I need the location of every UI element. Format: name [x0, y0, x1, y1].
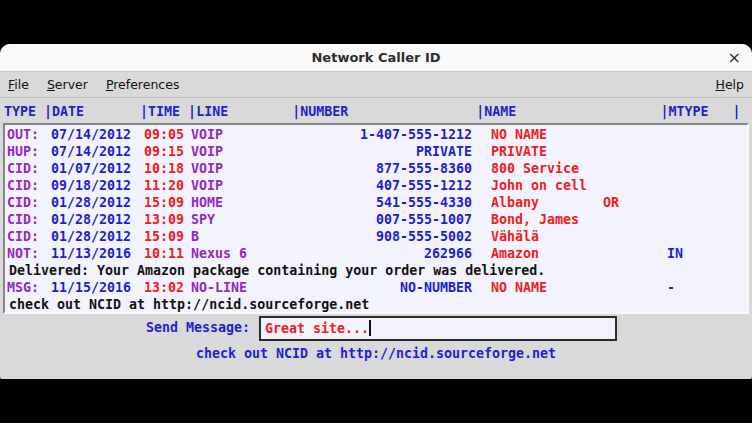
call-type: CID: [7, 177, 51, 194]
call-mtype: IN [661, 245, 734, 262]
column-header: TYPE |DATE |TIME |LINE |NUMBER |NAME |MT… [4, 102, 741, 122]
call-mtype [661, 194, 734, 211]
send-message-input[interactable]: Great site... [259, 316, 617, 341]
call-line: VOIP [191, 160, 294, 177]
call-row[interactable]: MSG: 11/15/2016 13:02 NO-LINE NO-NUMBER … [7, 279, 747, 296]
call-mtype [661, 143, 734, 160]
call-row[interactable]: OUT: 07/14/2012 09:05 VOIP 1-407-555-121… [7, 126, 747, 143]
call-mtype [661, 177, 734, 194]
screen-background: Network Caller ID × File Server Preferen… [0, 0, 752, 423]
call-line: NO-LINE [191, 279, 294, 296]
call-row[interactable]: CID: 01/28/2012 15:09 HOME 541-555-4330 … [7, 194, 747, 211]
call-name: PRIVATE [480, 143, 661, 160]
call-name: Albany OR [480, 194, 661, 211]
call-line: B [191, 228, 294, 245]
menubar: File Server Preferences Help [0, 72, 752, 98]
call-line: HOME [191, 194, 294, 211]
call-name: NO NAME [480, 279, 661, 296]
call-name: NO NAME [480, 126, 661, 143]
call-number: NO-NUMBER [294, 279, 480, 296]
call-name: Bond, James [480, 211, 661, 228]
close-icon[interactable]: × [728, 48, 741, 68]
menu-help[interactable]: Help [715, 77, 744, 92]
call-number: PRIVATE [294, 143, 480, 160]
call-type: NOT: [7, 245, 51, 262]
call-number: 407-555-1212 [294, 177, 480, 194]
call-row[interactable]: CID: 01/07/2012 10:18 VOIP 877-555-8360 … [7, 160, 747, 177]
send-message-label: Send Message: [0, 320, 250, 335]
menu-server[interactable]: Server [47, 77, 88, 92]
send-message-value: Great site... [265, 321, 369, 336]
call-type: CID: [7, 228, 51, 245]
call-date: 01/28/2012 [51, 194, 144, 211]
call-number: 541-555-4330 [294, 194, 480, 211]
call-number: 1-407-555-1212 [294, 126, 480, 143]
call-time: 09:15 [144, 143, 191, 160]
call-number: 262966 [294, 245, 480, 262]
call-name: 800 Service [480, 160, 661, 177]
menu-preferences[interactable]: Preferences [106, 77, 180, 92]
call-type: MSG: [7, 279, 51, 296]
call-date: 01/28/2012 [51, 211, 144, 228]
call-type: OUT: [7, 126, 51, 143]
call-time: 10:11 [144, 245, 191, 262]
call-row[interactable]: HUP: 07/14/2012 09:15 VOIP PRIVATE PRIVA… [7, 143, 747, 160]
call-time: 10:18 [144, 160, 191, 177]
call-name: Amazon [480, 245, 661, 262]
call-type: CID: [7, 211, 51, 228]
call-date: 07/14/2012 [51, 126, 144, 143]
call-row[interactable]: CID: 01/28/2012 15:09 B 908-555-5002 Väh… [7, 228, 747, 245]
text-caret [369, 320, 371, 336]
call-type: HUP: [7, 143, 51, 160]
call-mtype: - [661, 279, 734, 296]
call-type: CID: [7, 194, 51, 211]
call-name: John on cell [480, 177, 661, 194]
call-time: 13:09 [144, 211, 191, 228]
call-time: 15:09 [144, 194, 191, 211]
call-date: 11/13/2016 [51, 245, 144, 262]
call-time: 11:20 [144, 177, 191, 194]
call-line: VOIP [191, 126, 294, 143]
call-date: 01/28/2012 [51, 228, 144, 245]
call-number: 007-555-1007 [294, 211, 480, 228]
call-mtype [661, 126, 734, 143]
call-date: 07/14/2012 [51, 143, 144, 160]
call-mtype [661, 160, 734, 177]
call-time: 15:09 [144, 228, 191, 245]
call-date: 11/15/2016 [51, 279, 144, 296]
call-date: 01/07/2012 [51, 160, 144, 177]
call-line: Nexus 6 [191, 245, 294, 262]
call-row[interactable]: NOT: 11/13/2016 10:11 Nexus 6 262966 Ama… [7, 245, 747, 262]
message-text: check out NCID at http://ncid.sourceforg… [7, 296, 369, 313]
call-row[interactable]: CID: 09/18/2012 11:20 VOIP 407-555-1212 … [7, 177, 747, 194]
call-date: 09/18/2012 [51, 177, 144, 194]
message-row[interactable]: Delivered: Your Amazon package containin… [7, 262, 747, 279]
call-time: 09:05 [144, 126, 191, 143]
message-text: Delivered: Your Amazon package containin… [7, 262, 545, 279]
footer-link: check out NCID at http://ncid.sourceforg… [0, 346, 752, 361]
call-line: VOIP [191, 143, 294, 160]
menu-file[interactable]: File [8, 77, 29, 92]
call-name: Vähälä [480, 228, 661, 245]
call-mtype [661, 211, 734, 228]
call-row[interactable]: CID: 01/28/2012 13:09 SPY 007-555-1007 B… [7, 211, 747, 228]
call-type: CID: [7, 160, 51, 177]
call-mtype [661, 228, 734, 245]
call-list[interactable]: OUT: 07/14/2012 09:05 VOIP 1-407-555-121… [3, 123, 749, 314]
call-line: VOIP [191, 177, 294, 194]
titlebar[interactable]: Network Caller ID × [0, 44, 752, 72]
call-line: SPY [191, 211, 294, 228]
app-window: Network Caller ID × File Server Preferen… [0, 44, 752, 379]
message-row[interactable]: check out NCID at http://ncid.sourceforg… [7, 296, 747, 313]
call-number: 908-555-5002 [294, 228, 480, 245]
window-title: Network Caller ID [0, 50, 752, 65]
call-number: 877-555-8360 [294, 160, 480, 177]
call-time: 13:02 [144, 279, 191, 296]
